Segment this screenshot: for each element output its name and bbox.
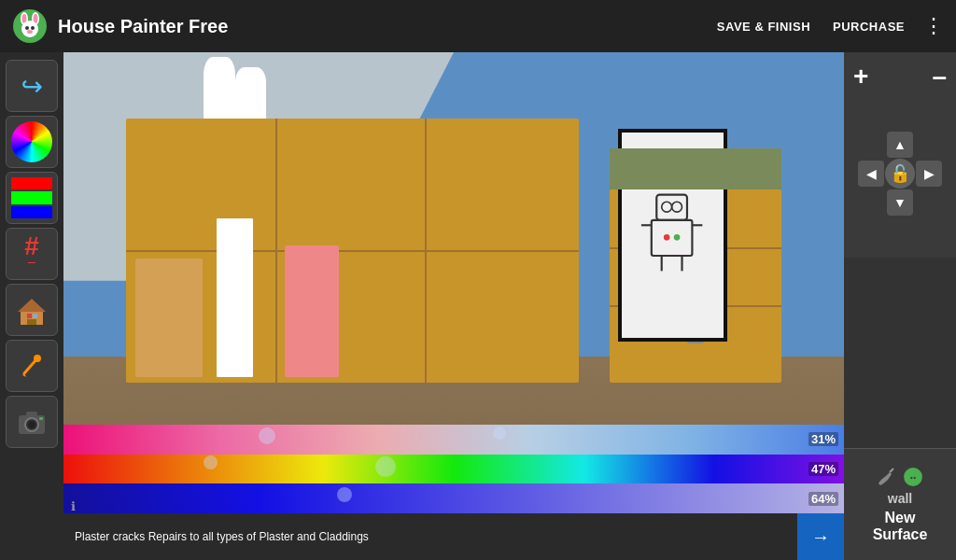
camera-button[interactable] (6, 396, 58, 448)
hash-minus-icon: – (24, 254, 39, 269)
bokeh-2 (493, 427, 506, 440)
gradient-bar-1 (63, 425, 844, 455)
eyedropper-button[interactable] (6, 340, 58, 392)
app-logo-icon (11, 7, 49, 45)
rgb-bars-button[interactable] (6, 172, 58, 224)
new-label: New (873, 510, 928, 526)
svg-marker-10 (18, 299, 46, 312)
house-button[interactable] (6, 284, 58, 336)
app-title: House Painter Free (58, 16, 228, 37)
svg-point-33 (904, 468, 922, 486)
svg-point-30 (664, 234, 670, 241)
bookshelf (126, 119, 579, 383)
undo-icon: ↩ (21, 71, 43, 102)
svg-point-24 (672, 202, 682, 212)
zoom-in-button[interactable]: + (853, 62, 868, 91)
right-panel: + – ▲ ▼ ◀ ▶ 🔓 (844, 52, 956, 560)
svg-point-23 (662, 202, 672, 212)
gradient-row-3[interactable]: 64% (63, 483, 844, 513)
svg-point-7 (31, 26, 35, 30)
zoom-out-button[interactable]: – (932, 62, 947, 91)
pan-left-button[interactable]: ◀ (858, 161, 884, 187)
color-wheel-icon (11, 121, 52, 162)
blue-bar (11, 206, 52, 218)
red-bar (11, 177, 52, 189)
green-bar (11, 191, 52, 203)
gradient-bar-3 (63, 483, 844, 513)
gradient-row-1[interactable]: 31% (63, 425, 844, 455)
bokeh-5 (337, 487, 352, 502)
arrow-navigation: ▲ ▼ ◀ ▶ 🔓 (853, 99, 947, 248)
gradient-bars[interactable]: 31% 47% 64% (63, 425, 844, 513)
svg-rect-13 (27, 319, 36, 325)
pct-2: 47% (808, 462, 838, 476)
new-surface-icons (877, 467, 923, 487)
gradient-row-2[interactable]: 47% (63, 455, 844, 484)
svg-point-15 (34, 355, 41, 362)
header-right: SAVE & FINISH PURCHASE ⋮ (713, 14, 945, 39)
surface-label: Surface (873, 526, 928, 543)
info-circle-icon[interactable]: ℹ (63, 499, 76, 513)
hex-icon-group: # – (24, 231, 39, 276)
nav-control: + – ▲ ▼ ◀ ▶ 🔓 (844, 52, 956, 258)
lock-button[interactable]: 🔓 (885, 159, 915, 189)
color-wheel-button[interactable] (6, 116, 58, 168)
header: House Painter Free SAVE & FINISH PURCHAS… (0, 0, 956, 52)
pct-1: 31% (808, 432, 838, 446)
camera-icon (17, 407, 47, 437)
left-toolbar: ↩ # – (0, 52, 63, 560)
hex-color-button[interactable]: # – (6, 228, 58, 280)
bowling-pin2 (235, 67, 266, 118)
info-arrow-button[interactable]: → (797, 513, 844, 560)
wall-label: wall (888, 491, 912, 506)
svg-rect-21 (39, 417, 43, 420)
eyedropper-icon (17, 351, 47, 381)
undo-button[interactable]: ↩ (6, 60, 58, 112)
svg-point-31 (674, 234, 681, 241)
svg-rect-20 (26, 412, 37, 416)
info-text: Plaster cracks Repairs to all types of P… (63, 513, 797, 560)
svg-rect-25 (652, 219, 693, 255)
pan-right-button[interactable]: ▶ (916, 161, 942, 187)
save-finish-button[interactable]: SAVE & FINISH (713, 14, 814, 39)
svg-rect-12 (33, 314, 37, 318)
svg-point-34 (910, 477, 912, 479)
pct-3: 64% (808, 492, 838, 506)
house-icon (15, 293, 49, 327)
rgb-bars-icon (11, 177, 52, 218)
arrow-grid: ▲ ▼ ◀ ▶ 🔓 (858, 132, 942, 216)
bottom-info-bar: ℹ Plaster cracks Repairs to all types of… (63, 513, 844, 560)
svg-point-19 (28, 421, 35, 428)
new-surface-button[interactable]: wall New Surface (844, 448, 956, 560)
gradient-bar-2 (63, 455, 844, 484)
zoom-controls: + – (844, 62, 956, 91)
pan-down-button[interactable]: ▼ (887, 189, 913, 216)
svg-point-35 (914, 477, 916, 479)
bowling-pin (204, 57, 234, 118)
paint-brush-icon (877, 467, 897, 487)
small-logo-icon (903, 467, 923, 487)
svg-point-8 (27, 30, 33, 34)
more-menu-button[interactable]: ⋮ (923, 14, 945, 38)
svg-rect-11 (27, 314, 32, 318)
books-stack (610, 148, 781, 189)
new-surface-text: New Surface (873, 510, 928, 543)
purchase-button[interactable]: PURCHASE (829, 14, 908, 39)
svg-line-32 (890, 469, 893, 472)
header-left: House Painter Free (11, 7, 228, 45)
svg-point-5 (21, 21, 38, 37)
svg-point-6 (25, 26, 29, 30)
pan-up-button[interactable]: ▲ (887, 132, 913, 158)
